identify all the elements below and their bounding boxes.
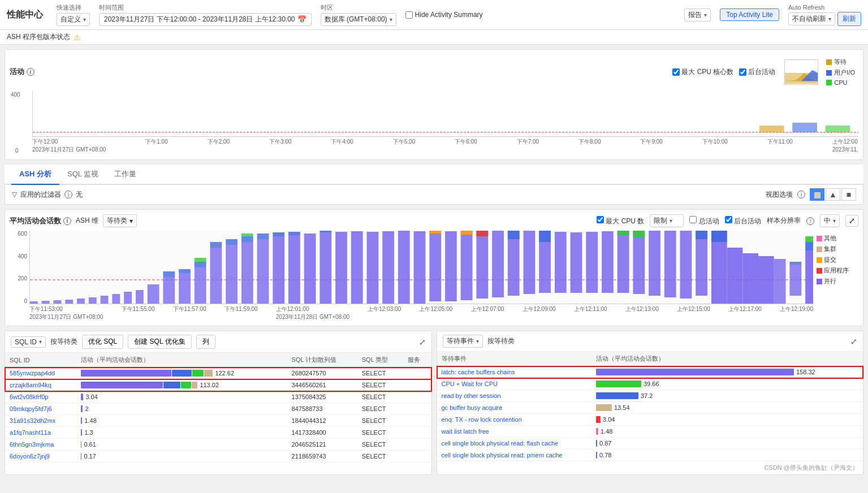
total-activity-checkbox[interactable] <box>689 216 697 223</box>
svg-rect-78 <box>789 265 801 296</box>
backend-activity-chart-checkbox[interactable] <box>725 216 732 223</box>
activity-bars <box>81 382 197 388</box>
refresh-button[interactable]: 刷新 <box>837 12 861 26</box>
sql-table-body: 585ynwzpap4dd 122.62 268024757 <box>5 367 431 462</box>
avg-sessions-chart-container: 600 400 200 0 <box>10 231 858 321</box>
sample-resolution-dropdown[interactable]: 中 ▾ <box>820 214 840 227</box>
wait-activity-cell: 158.32 <box>591 366 863 378</box>
svg-rect-69 <box>680 231 692 299</box>
svg-rect-46 <box>429 231 441 301</box>
auto-refresh-dropdown[interactable]: 不自动刷新 ▾ <box>788 12 835 25</box>
top-bar: 性能中心 快速选择 自定义 ▾ 时间范围 2023年11月27日 下午12:00… <box>0 0 868 30</box>
quick-select-dropdown[interactable]: 自定义 ▾ <box>57 13 90 26</box>
tab-ash-analysis[interactable]: ASH 分析 <box>11 165 59 185</box>
hide-activity-checkbox[interactable] <box>405 11 413 19</box>
line-chart-view-button[interactable]: ▲ <box>826 188 840 201</box>
create-sql-tuning-set-button[interactable]: 创建 SQL 优化集 <box>128 335 191 349</box>
svg-rect-61 <box>586 232 598 293</box>
table-row: crzajk8am94kq 113.02 344656026 <box>5 379 431 391</box>
bar-green <box>181 382 191 388</box>
avg-sessions-panel: 平均活动会话数 i ASH 维 等待类 ▾ 最大 CPU 数 限制 ▾ 总活动 <box>5 209 863 326</box>
svg-rect-65 <box>633 231 645 294</box>
activity-cell: 1.48 <box>76 415 287 427</box>
max-cpu-checkbox-label[interactable]: 最大 CPU 核心数 <box>672 67 733 77</box>
activity-bars <box>81 370 213 377</box>
backend-activity-checkbox-label[interactable]: 后台活动 <box>739 67 775 77</box>
limit-dropdown[interactable]: 限制 ▾ <box>650 214 684 227</box>
sample-info-icon[interactable]: i <box>806 217 814 225</box>
sql-id-cell: 6wt2v08kfrf0p <box>5 391 76 403</box>
table-row: 6wt2v08kfrf0p 3.04 1375084325 SELECT <box>5 391 431 403</box>
tab-sql-monitor[interactable]: SQL 监视 <box>59 165 106 185</box>
svg-rect-30 <box>241 233 253 236</box>
bar-chart-view-button[interactable]: ▦ <box>810 188 824 201</box>
filter-info-icon[interactable]: i <box>64 191 72 198</box>
bar-container: 122.62 <box>81 370 282 377</box>
timezone-dropdown[interactable]: 数据库 (GMT+08:00) ▾ <box>321 13 396 26</box>
time-range-input[interactable]: 2023年11月27日 下午12:00:00 - 2023年11月28日 上午1… <box>99 13 312 26</box>
sql-panel-header: SQL ID ▾ 按等待类 优化 SQL 创建 SQL 优化集 列 ⤢ <box>5 331 431 353</box>
dimension-dropdown[interactable]: 等待类 ▾ <box>103 214 137 227</box>
sql-panel-header-left: SQL ID ▾ 按等待类 优化 SQL 创建 SQL 优化集 列 <box>11 335 215 349</box>
table-row: 6doyon6z7jnj9 0.17 2118659743 SELECT <box>5 451 431 462</box>
sql-id-cell: a1fq7nasht11a <box>5 427 76 439</box>
table-row: wait list latch free 1.48 <box>437 426 863 438</box>
columns-button[interactable]: 列 <box>196 335 215 349</box>
bar-container: 0.17 <box>81 453 282 460</box>
sql-id-cell: 585ynwzpap4dd <box>5 367 76 379</box>
bar-green <box>192 370 204 377</box>
wait-event-cell: gc buffer busy acquire <box>437 402 592 414</box>
top-activity-button[interactable]: Top Activity Lite <box>720 8 779 21</box>
wait-event-cell: read by other session <box>437 390 592 402</box>
view-options-info-icon[interactable]: i <box>797 191 805 198</box>
backend-activity-checkbox[interactable] <box>739 68 746 76</box>
avg-chart-area: 下午11:53:002023年11月27日 GMT+08:00 下午11:55:… <box>29 231 813 321</box>
max-cpu-checkbox[interactable] <box>672 68 680 76</box>
table-row: gc buffer busy acquire 13.54 <box>437 402 863 414</box>
svg-rect-40 <box>335 232 347 304</box>
wait-expand-icon[interactable]: ⤢ <box>850 337 857 346</box>
activity-x-labels: 下午12:002023年11月27日 GMT+08:00 下午1:00 下午2:… <box>32 138 858 154</box>
table-view-button[interactable]: ■ <box>841 188 856 201</box>
bar-purple <box>81 382 163 388</box>
svg-rect-37 <box>304 233 316 304</box>
activity-info-icon[interactable]: i <box>27 68 34 76</box>
view-buttons: ▦ ▲ ■ <box>810 188 856 201</box>
expand-chart-button[interactable]: ⤢ <box>845 215 858 227</box>
max-cpu-count-checkbox[interactable] <box>597 216 604 223</box>
bar-purple <box>81 429 82 436</box>
time-range-group: 时间范围 2023年11月27日 下午12:00:00 - 2023年11月28… <box>99 3 312 26</box>
ash-status-bar: ASH 程序包版本状态 ⚠ <box>0 30 868 45</box>
svg-rect-31 <box>257 239 269 304</box>
sql-id-cell: 6thn5gn3mjkma <box>5 439 76 451</box>
sql-panel: SQL ID ▾ 按等待类 优化 SQL 创建 SQL 优化集 列 ⤢ SQL … <box>5 331 432 475</box>
activity-cell: 0.61 <box>76 439 287 451</box>
bar-container: 37.2 <box>596 392 858 399</box>
tab-workload[interactable]: 工作量 <box>106 165 144 185</box>
svg-rect-82 <box>805 236 813 242</box>
timezone-group: 时区 数据库 (GMT+08:00) ▾ <box>321 3 396 26</box>
sql-table-header: SQL ID 活动（平均活动会话数） SQL 计划散列值 SQL 类型 服务 <box>5 353 431 367</box>
sql-expand-icon[interactable]: ⤢ <box>419 338 426 347</box>
svg-rect-41 <box>351 231 363 304</box>
svg-rect-32 <box>257 233 269 239</box>
backend-activity-label[interactable]: 后台活动 <box>725 216 761 226</box>
wait-event-dropdown[interactable]: 等待事件 ▾ <box>443 335 483 348</box>
total-activity-label[interactable]: 总活动 <box>689 216 719 226</box>
sql-id-cell: 31a91s32dh2mx <box>5 415 76 427</box>
table-row: cell single block physical read: flash c… <box>437 438 863 449</box>
avg-sessions-info-icon[interactable]: i <box>63 217 71 225</box>
bar-blue <box>163 382 180 388</box>
bar-container: 13.54 <box>596 404 858 411</box>
bar-container: 3.04 <box>596 416 858 423</box>
svg-rect-49 <box>461 231 473 300</box>
col-sql-id: SQL ID <box>5 353 76 367</box>
col-wait-activity: 活动（平均活动会话数） <box>591 352 863 366</box>
wait-activity-cell: 39.66 <box>591 378 863 390</box>
table-row: read by other session 37.2 <box>437 390 863 402</box>
sql-id-dropdown[interactable]: SQL ID ▾ <box>11 336 46 348</box>
optimize-sql-button[interactable]: 优化 SQL <box>82 335 123 349</box>
svg-rect-62 <box>602 231 614 293</box>
report-dropdown[interactable]: 报告 ▾ <box>684 8 711 21</box>
max-cpu-count-label[interactable]: 最大 CPU 数 <box>597 216 644 226</box>
